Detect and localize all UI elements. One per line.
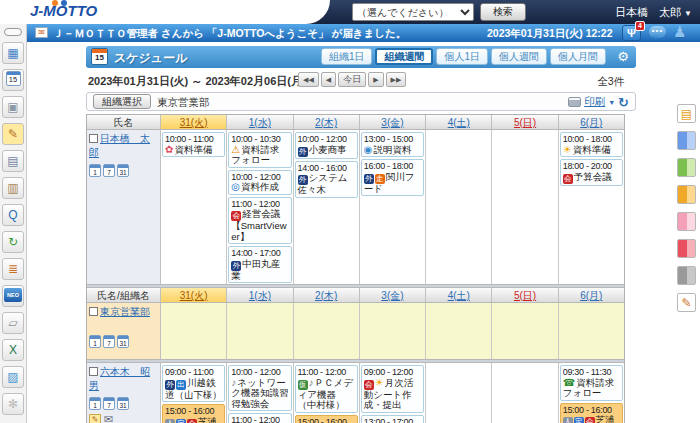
day-cell-1(水)[interactable]: 10:00 - 10:30⚠資料請求フォロー10:00 - 12:00◎資料作成… (227, 130, 293, 284)
settings-gear-icon[interactable]: ⚙ (617, 49, 629, 64)
photo-icon[interactable]: ▨ (2, 366, 24, 388)
event-card[interactable]: 16:00 - 18:00外走関川フード (361, 159, 424, 196)
event-card[interactable]: 10:00 - 12:00外小麦商事 (295, 132, 358, 159)
day-cell-5(日)[interactable] (492, 303, 558, 359)
mini-calendar-31-button[interactable]: 31 (117, 335, 129, 348)
day-header-link[interactable]: 4(土) (448, 290, 470, 301)
event-card[interactable]: 09:00 - 12:00会☀月次活動シート作成・提出 (361, 365, 424, 413)
day-cell-4(土)[interactable] (426, 130, 492, 284)
day-cell-3(金)[interactable]: 09:00 - 12:00会☀月次活動シート作成・提出13:00 - 17:00… (360, 363, 426, 423)
day-cell-31(火)[interactable]: 10:00 - 11:00✿資料準備 (161, 130, 227, 284)
day-header-link[interactable]: 31(火) (180, 290, 208, 301)
mini-calendar-1-button[interactable]: 1 (89, 335, 101, 348)
event-card[interactable]: 14:00 - 17:00外中田丸産業 (228, 246, 291, 283)
memo-pad-icon[interactable]: ✎ (89, 414, 101, 423)
color-filter-blue[interactable] (677, 131, 696, 150)
user-menu[interactable]: 日本橋 太郎 ▼ (615, 5, 692, 20)
day-cell-1(水)[interactable] (227, 303, 293, 359)
color-filter-gray[interactable] (677, 266, 696, 285)
day-header-link[interactable]: 5(日) (514, 117, 536, 128)
sticky-note-icon[interactable]: ▤ (677, 104, 696, 123)
presence-icon[interactable]: ♟ (673, 23, 686, 41)
day-header-link[interactable]: 31(火) (180, 117, 208, 128)
day-header-link[interactable]: 6(月) (580, 117, 602, 128)
day-cell-4(土)[interactable] (426, 303, 492, 359)
day-cell-2(木)[interactable]: 11:00 - 12:00仮♪ＰＣメディア機器（中村様）15:00 - 16:0… (294, 363, 360, 423)
day-header-link[interactable]: 3(金) (381, 117, 403, 128)
mini-calendar-7-button[interactable]: 7 (103, 397, 115, 410)
portal-icon[interactable]: ▦ (2, 42, 24, 64)
search-category-select[interactable]: （選んでください） (352, 3, 474, 21)
event-card[interactable]: 15:00 - 16:00人定会芝浦会計事務所 (162, 404, 225, 423)
day-cell-6(月)[interactable] (559, 303, 624, 359)
day-cell-6(月)[interactable]: 10:00 - 18:00☀資料準備18:00 - 20:00会予算会議 (559, 130, 624, 284)
day-header-link[interactable]: 6(月) (580, 290, 602, 301)
member-link[interactable]: 日本橋 太郎 (89, 133, 150, 158)
bookshelf-icon[interactable]: ≣ (2, 258, 24, 280)
event-card[interactable]: 10:00 - 12:00◎資料作成 (228, 170, 291, 195)
event-card[interactable]: 10:00 - 11:00✿資料準備 (162, 132, 225, 157)
member-link[interactable]: 六本木 昭男 (89, 366, 150, 391)
day-cell-4(土)[interactable] (426, 363, 492, 423)
search-button[interactable]: 検索 (480, 3, 526, 21)
event-card[interactable]: 09:00 - 11:00外出川越鉄道（山下様） (162, 365, 225, 402)
day-header-link[interactable]: 4(土) (448, 117, 470, 128)
notice-message[interactable]: Ｊ－ＭＯＴＴＯ管理者 さんから 「J-MOTTOへようこそ」 が届きました。 (53, 27, 406, 41)
prev-day-button[interactable]: ◀ (321, 72, 336, 87)
color-filter-pink[interactable] (677, 212, 696, 231)
chat-icon[interactable]: ••• (649, 26, 666, 38)
row-checkbox[interactable] (89, 307, 98, 316)
spinner-icon[interactable]: ✻ (2, 393, 24, 415)
day-cell-2(木)[interactable]: 10:00 - 12:00外小麦商事14:00 - 16:00外システム佐々木 (294, 130, 360, 284)
event-card[interactable]: 14:00 - 16:00外システム佐々木 (295, 161, 358, 198)
day-cell-31(火)[interactable] (161, 303, 227, 359)
today-button[interactable]: 今日 (338, 72, 366, 87)
day-header-link[interactable]: 2(木) (315, 290, 337, 301)
event-card[interactable]: 13:00 - 15:00◉説明資料 (361, 132, 424, 157)
event-card[interactable]: 10:00 - 12:00♪ネットワーク機器知識習得勉強会 (228, 365, 291, 411)
event-card[interactable]: 10:00 - 18:00☀資料準備 (560, 132, 623, 157)
day-cell-6(月)[interactable]: 09:30 - 11:30☎資料請求フォロー15:00 - 16:00人定会芝浦… (559, 363, 624, 423)
mail-icon[interactable]: ✉ (104, 414, 113, 423)
refresh-icon[interactable]: ↻ (618, 96, 629, 109)
infoboard-icon[interactable]: Ψ4 (622, 25, 641, 41)
edit-pencil-icon[interactable]: ✎ (677, 293, 696, 312)
color-filter-green[interactable] (677, 158, 696, 177)
day-cell-5(日)[interactable] (492, 130, 558, 284)
circulation-icon[interactable]: ↻ (2, 231, 24, 253)
print-link[interactable]: 印刷 (584, 95, 605, 109)
day-cell-3(金)[interactable]: 13:00 - 15:00◉説明資料16:00 - 18:00外走関川フード (360, 130, 426, 284)
mini-calendar-7-button[interactable]: 7 (103, 335, 115, 348)
event-card[interactable]: 18:00 - 20:00会予算会議 (560, 159, 623, 186)
document-search-icon[interactable]: Q (2, 204, 24, 226)
view-button-個人月間[interactable]: 個人月間 (550, 48, 606, 65)
memo-icon[interactable]: ✎ (2, 123, 24, 145)
event-card[interactable]: 11:00 - 12:00会経営会議【SmartViewer】 (228, 413, 291, 423)
event-card[interactable]: 10:00 - 10:30⚠資料請求フォロー (228, 132, 291, 168)
event-card[interactable]: 11:00 - 12:00仮♪ＰＣメディア機器（中村様） (295, 365, 358, 413)
view-button-組織1日[interactable]: 組織1日 (321, 48, 373, 65)
spreadsheet-icon[interactable]: X (2, 339, 24, 361)
view-button-個人週間[interactable]: 個人週間 (491, 48, 547, 65)
mini-calendar-31-button[interactable]: 31 (117, 164, 129, 177)
event-card[interactable]: 15:00 - 16:00人定会芝浦会計事務所 (560, 403, 623, 423)
view-button-個人1日[interactable]: 個人1日 (436, 48, 488, 65)
color-filter-red[interactable] (677, 239, 696, 258)
event-card[interactable]: 09:30 - 11:30☎資料請求フォロー (560, 365, 623, 401)
mini-calendar-31-button[interactable]: 31 (117, 397, 129, 410)
day-cell-5(日)[interactable] (492, 363, 558, 423)
color-filter-orange[interactable] (677, 185, 696, 204)
row-checkbox[interactable] (89, 367, 98, 376)
next-day-button[interactable]: ▶ (368, 72, 383, 87)
mini-calendar-1-button[interactable]: 1 (89, 397, 101, 410)
clipboard-icon[interactable]: ▥ (2, 177, 24, 199)
mini-calendar-7-button[interactable]: 7 (103, 164, 115, 177)
row-checkbox[interactable] (89, 134, 98, 143)
folder-icon[interactable]: ▱ (2, 312, 24, 334)
day-cell-2(木)[interactable] (294, 303, 360, 359)
day-cell-1(水)[interactable]: 10:00 - 12:00♪ネットワーク機器知識習得勉強会11:00 - 12:… (227, 363, 293, 423)
event-card[interactable]: 11:00 - 12:00会経営会議【SmartViewer】 (228, 197, 291, 245)
day-cell-3(金)[interactable] (360, 303, 426, 359)
org-link[interactable]: 東京営業部 (100, 306, 150, 317)
org-select-button[interactable]: 組織選択 (93, 94, 151, 109)
